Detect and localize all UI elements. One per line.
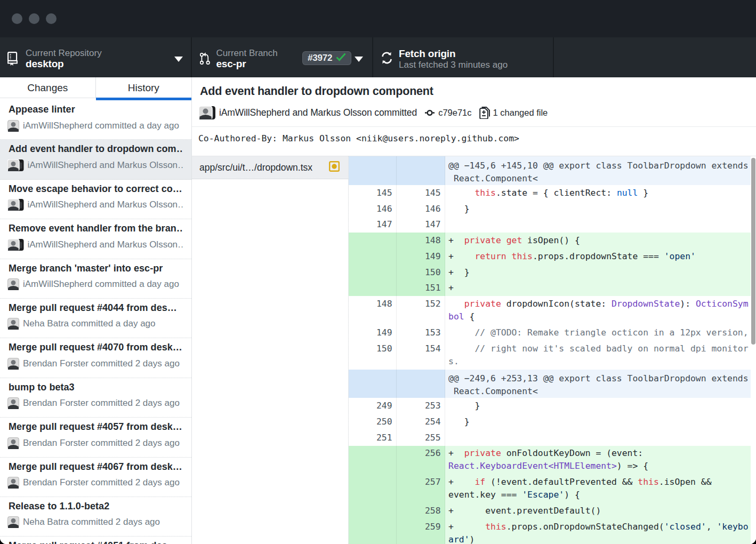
code-token: OcticonSym xyxy=(696,299,749,309)
avatar xyxy=(7,120,19,132)
code-token: dropdownIcon(state: xyxy=(501,299,612,309)
commit-item-title: Add event handler to dropdown com… xyxy=(9,143,183,155)
tab-changes[interactable]: Changes xyxy=(0,77,96,98)
code-token: @@ −145,6 +145,10 @@ export class Toolba… xyxy=(448,161,748,171)
commit-item-byline-row: Brendan Forster committed 2 days ago xyxy=(9,437,183,449)
code-token: + xyxy=(448,283,454,293)
avatar xyxy=(7,239,24,251)
diff-code-visual-line: + this.props.onDropdownStateChanged('clo… xyxy=(448,521,751,533)
commit-item-title: Merge pull request #4070 from desk… xyxy=(9,342,183,353)
commit-item-meta: Brendan Forster committed 2 days ago xyxy=(23,477,180,488)
check-icon xyxy=(336,53,346,63)
avatar xyxy=(7,516,19,528)
diff-added-row: 149+ return this.props.dropdownState ===… xyxy=(349,249,751,265)
commit-item-byline-row: iAmWillShepherd and Markus Olsson… xyxy=(9,238,183,251)
new-line-number: 153 xyxy=(397,325,445,341)
diff-code-line: this.state = { clientRect: null } xyxy=(445,185,751,201)
avatar xyxy=(7,318,19,330)
code-token: ): xyxy=(680,299,696,309)
commit-list-item[interactable]: Release to 1.1.0-beta2Neha Batra committ… xyxy=(0,497,191,537)
fetch-subtitle: Last fetched 3 minutes ago xyxy=(399,60,508,70)
code-token: this xyxy=(485,522,506,532)
code-token: @@ −249,6 +253,13 @@ export class Toolba… xyxy=(448,373,748,383)
commit-item-byline-row: Brendan Forster committed 2 days ago xyxy=(9,397,183,410)
old-line-number: 150 xyxy=(349,341,396,370)
commit-item-byline-row: Neha Batra committed 2 days ago xyxy=(9,516,183,529)
commit-list-item[interactable]: Remove event handler from the bran…iAmWi… xyxy=(0,219,191,259)
new-line-number: 259 xyxy=(397,519,445,544)
commit-sha[interactable]: c79e71c xyxy=(438,108,471,118)
code-token: ) => { xyxy=(617,461,648,471)
new-line-number: 145 xyxy=(397,185,445,201)
branch-dropdown-button[interactable]: Current Branch esc-pr #3972 xyxy=(192,37,373,77)
code-token xyxy=(448,299,464,309)
code-token: isOpen() { xyxy=(522,235,580,245)
code-token: .state = { clientRect: xyxy=(496,188,617,198)
minimize-window-button[interactable] xyxy=(29,13,39,24)
commit-list-item[interactable]: Merge pull request #4044 from des…Neha B… xyxy=(0,299,191,338)
commit-item-byline-row: iAmWillShepherd committed a day ago xyxy=(9,278,183,291)
code-token xyxy=(501,235,506,245)
sync-icon xyxy=(381,52,392,64)
code-token: .isOpen && xyxy=(659,477,717,487)
diff-code-line: // right now it's scaled badly on normal… xyxy=(445,341,751,370)
commit-meta-row: iAmWillShepherd and Markus Olsson commit… xyxy=(200,106,756,119)
repository-dropdown-button[interactable]: Current Repository desktop xyxy=(0,37,192,77)
modified-file-icon xyxy=(329,161,340,174)
commit-list-item[interactable]: Merge pull request #4051 from des… xyxy=(0,537,191,544)
titlebar xyxy=(0,0,756,37)
code-token: ) { xyxy=(564,490,580,500)
commit-list: Appease linteriAmWillShepherd committed … xyxy=(0,100,191,544)
commit-item-byline-row: iAmWillShepherd committed a day ago xyxy=(9,119,183,132)
file-path: app/src/ui/t…/dropdown.tsx xyxy=(199,162,329,173)
old-line-number: 251 xyxy=(349,430,396,446)
git-commit-icon xyxy=(425,109,435,117)
commit-list-item[interactable]: Merge branch 'master' into esc-priAmWill… xyxy=(0,259,191,299)
commit-list-item[interactable]: Merge pull request #4057 from desk…Brend… xyxy=(0,418,191,457)
new-line-number: 148 xyxy=(397,233,445,249)
tab-history[interactable]: History xyxy=(96,77,192,98)
scrollbar-thumb[interactable] xyxy=(751,158,755,345)
old-line-number xyxy=(349,233,396,249)
old-line-number: 146 xyxy=(349,201,396,217)
commit-list-item[interactable]: Add event handler to dropdown com…iAmWil… xyxy=(0,140,191,179)
repository-label: Current Repository xyxy=(26,48,102,58)
commit-item-meta: Neha Batra committed 2 days ago xyxy=(23,517,160,527)
new-line-number: 255 xyxy=(397,430,445,446)
code-token: } xyxy=(448,401,480,411)
diff-code-line: + } xyxy=(445,265,751,281)
old-line-number xyxy=(349,156,396,185)
fetch-origin-button[interactable]: Fetch origin Last fetched 3 minutes ago xyxy=(373,37,554,77)
code-token: 'open' xyxy=(664,251,696,261)
commit-item-meta: Neha Batra committed a day ago xyxy=(23,318,156,329)
toolbar: Current Repository desktop Current Branc… xyxy=(0,37,756,77)
code-token: + xyxy=(448,235,464,245)
commit-item-title: Merge pull request #4057 from desk… xyxy=(9,421,183,433)
diff-view: @@ −145,6 +145,10 @@ export class Toolba… xyxy=(349,156,756,544)
diff-code-visual-line: @@ −249,6 +253,13 @@ export class Toolba… xyxy=(448,372,751,385)
close-window-button[interactable] xyxy=(12,13,22,24)
commit-list-item[interactable]: bump to beta3Brendan Forster committed 2… xyxy=(0,378,191,418)
code-token: s. xyxy=(448,356,459,366)
file-list-item[interactable]: app/src/ui/t…/dropdown.tsx xyxy=(192,156,348,179)
diff-code-line: + if (!event.defaultPrevented && this.is… xyxy=(445,474,751,503)
commit-list-item[interactable]: Merge pull request #4067 from desk…Brend… xyxy=(0,458,191,497)
code-token: DropdownState xyxy=(612,299,680,309)
commit-item-meta: iAmWillShepherd committed a day ago xyxy=(23,279,179,290)
old-line-number: 249 xyxy=(349,398,396,414)
commit-list-item[interactable]: Move escape behavior to correct co…iAmWi… xyxy=(0,180,191,219)
diff-rows: @@ −145,6 +145,10 @@ export class Toolba… xyxy=(349,156,751,544)
zoom-window-button[interactable] xyxy=(46,13,57,24)
avatar xyxy=(7,397,19,409)
diff-code-visual-line: ard') xyxy=(448,533,751,544)
old-line-number xyxy=(349,370,396,398)
code-token: + event.preventDefault() xyxy=(448,506,601,516)
diff-code-line: private dropdownIcon(state: DropdownStat… xyxy=(445,296,751,325)
new-line-number: 254 xyxy=(397,414,445,430)
commit-list-item[interactable]: Appease linteriAmWillShepherd committed … xyxy=(0,100,191,140)
diff-added-row: 148+ private get isOpen() { xyxy=(349,233,751,249)
diff-code-line xyxy=(445,217,751,233)
diff-code-line: + return this.props.dropdownState === 'o… xyxy=(445,249,751,265)
repository-name: desktop xyxy=(26,58,102,70)
commit-list-item[interactable]: Merge pull request #4070 from desk…Brend… xyxy=(0,338,191,378)
